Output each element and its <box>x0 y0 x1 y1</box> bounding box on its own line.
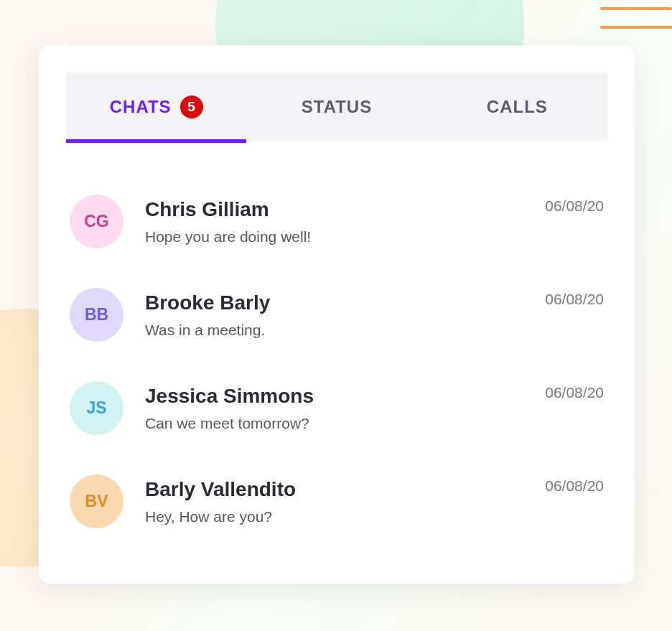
tab-calls[interactable]: CALLS <box>427 73 607 141</box>
chat-list: CG Chris Gilliam Hope you are doing well… <box>66 195 607 528</box>
tabs-bar: CHATS 5 STATUS CALLS <box>66 73 607 141</box>
chat-date: 06/08/20 <box>545 197 604 215</box>
chat-item[interactable]: BB Brooke Barly Was in a meeting. 06/08/… <box>70 288 604 342</box>
chat-body: Jessica Simmons Can we meet tomorrow? <box>145 385 523 432</box>
chat-date: 06/08/20 <box>545 477 604 495</box>
chat-preview: Hey, How are you? <box>145 508 523 525</box>
chat-name: Brooke Barly <box>145 291 523 314</box>
chat-date: 06/08/20 <box>545 291 604 308</box>
chat-preview: Was in a meeting. <box>145 322 523 339</box>
chat-name: Chris Gilliam <box>145 198 523 221</box>
avatar: CG <box>70 195 123 248</box>
unread-badge: 5 <box>180 95 203 118</box>
chat-name: Barly Vallendito <box>145 478 523 501</box>
tab-status[interactable]: STATUS <box>246 73 426 141</box>
chat-body: Barly Vallendito Hey, How are you? <box>145 478 523 525</box>
avatar: BV <box>70 475 123 528</box>
tab-label: STATUS <box>302 97 372 117</box>
avatar: BB <box>70 288 123 342</box>
tab-chats[interactable]: CHATS 5 <box>66 73 246 141</box>
chat-date: 06/08/20 <box>545 384 604 401</box>
chat-item[interactable]: BV Barly Vallendito Hey, How are you? 06… <box>70 475 604 528</box>
chat-preview: Hope you are doing well! <box>145 228 523 246</box>
chat-card: CHATS 5 STATUS CALLS CG Chris Gilliam Ho… <box>39 45 635 584</box>
chat-name: Jessica Simmons <box>145 385 523 408</box>
chat-body: Chris Gilliam Hope you are doing well! <box>145 198 523 246</box>
tab-label: CHATS <box>110 97 172 117</box>
chat-item[interactable]: CG Chris Gilliam Hope you are doing well… <box>70 195 604 248</box>
chat-body: Brooke Barly Was in a meeting. <box>145 291 523 339</box>
decorative-lines <box>600 7 672 29</box>
avatar: JS <box>70 381 123 435</box>
tab-label: CALLS <box>487 97 548 117</box>
chat-item[interactable]: JS Jessica Simmons Can we meet tomorrow?… <box>70 381 604 435</box>
chat-preview: Can we meet tomorrow? <box>145 415 523 432</box>
